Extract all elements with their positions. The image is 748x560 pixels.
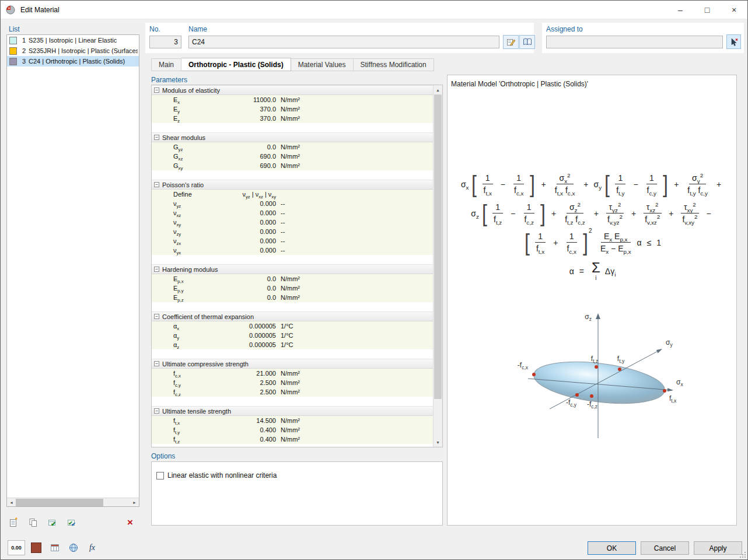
- list-item[interactable]: 2S235JRH | Isotropic | Plastic (Surfaces…: [7, 46, 139, 56]
- param-value[interactable]: 0.0: [221, 144, 276, 150]
- formula-button[interactable]: fx: [85, 540, 100, 555]
- param-value[interactable]: 0.0: [221, 294, 276, 301]
- fraction: 1ft,z: [491, 202, 505, 224]
- param-row: αy0.0000051/°C: [152, 331, 433, 340]
- table-settings-button[interactable]: [47, 540, 62, 555]
- param-value[interactable]: 2.500: [221, 379, 276, 386]
- material-name-field[interactable]: C24: [188, 36, 499, 48]
- collapse-icon[interactable]: −: [154, 361, 159, 366]
- list-item[interactable]: 3C24 | Orthotropic | Plastic (Solids): [7, 56, 139, 66]
- diagram-label: σy: [666, 338, 673, 348]
- cancel-button[interactable]: Cancel: [641, 541, 689, 555]
- collapse-icon[interactable]: −: [154, 314, 159, 319]
- scroll-down-arrow[interactable]: ▼: [434, 438, 442, 447]
- list-scrollbar-thumb[interactable]: [16, 499, 103, 506]
- name-label: Name: [188, 25, 207, 33]
- list-item[interactable]: 1S235 | Isotropic | Linear Elastic: [7, 35, 139, 46]
- collapse-icon[interactable]: −: [154, 135, 159, 140]
- new-material-button[interactable]: *: [6, 516, 22, 530]
- tab-main[interactable]: Main: [151, 58, 181, 71]
- section-header[interactable]: −Ultimate tensile strength: [152, 406, 433, 416]
- section-gap: [152, 123, 433, 132]
- scroll-right-arrow[interactable]: ►: [130, 498, 139, 507]
- parameters-scrollbar[interactable]: ▲ ▼: [433, 85, 442, 447]
- param-value[interactable]: 14.500: [221, 417, 276, 424]
- section-header[interactable]: −Shear modulus: [152, 132, 433, 142]
- color-swatch-button[interactable]: [29, 540, 44, 555]
- param-row: Ex11000.0N/mm²: [152, 95, 433, 104]
- param-value[interactable]: 690.0: [221, 162, 276, 169]
- collapse-icon[interactable]: −: [154, 408, 159, 414]
- globe-button[interactable]: [66, 540, 81, 555]
- param-row: Defineνyz | νxz | νxy: [152, 190, 433, 199]
- param-value[interactable]: 0.000: [221, 228, 276, 235]
- param-value[interactable]: 0.400: [221, 436, 276, 443]
- param-value[interactable]: 0.000: [221, 237, 276, 244]
- param-value[interactable]: 370.0: [221, 106, 276, 113]
- param-value[interactable]: 0.400: [221, 426, 276, 433]
- maximize-button[interactable]: □: [694, 1, 721, 19]
- assigned-to-field: [546, 36, 723, 48]
- param-value[interactable]: 0.000: [221, 219, 276, 226]
- scroll-up-arrow[interactable]: ▲: [434, 85, 442, 94]
- formula-line: σz[1ft,z−1fc,z]+σz2ft,z fc,z+τyz2fv,yz2+…: [448, 202, 737, 224]
- param-value[interactable]: 0.000: [221, 247, 276, 254]
- param-unit: 1/°C: [281, 323, 293, 330]
- param-value[interactable]: 21.000: [221, 370, 276, 377]
- param-value[interactable]: 0.000005: [221, 341, 276, 348]
- section-header[interactable]: −Ultimate compressive strength: [152, 359, 433, 369]
- new-document-icon: *: [9, 517, 19, 528]
- delete-material-button[interactable]: ×: [123, 517, 137, 528]
- section-header[interactable]: −Hardening modulus: [152, 264, 433, 274]
- section-header[interactable]: −Poisson's ratio: [152, 180, 433, 190]
- collapse-icon[interactable]: −: [154, 88, 159, 93]
- param-label: Gyz: [173, 144, 221, 150]
- param-value[interactable]: 0.000005: [221, 323, 276, 330]
- fraction: 1ft,y: [613, 173, 627, 195]
- operator: −: [501, 180, 505, 189]
- list-horizontal-scrollbar[interactable]: ◄ ►: [7, 498, 139, 506]
- param-value[interactable]: 0.0: [221, 275, 276, 282]
- param-value[interactable]: 0.000005: [221, 332, 276, 339]
- check-values-button[interactable]: ✔: [45, 516, 60, 530]
- param-unit: --: [281, 237, 285, 244]
- scroll-left-arrow[interactable]: ◄: [7, 498, 16, 507]
- linear-elastic-option[interactable]: Linear elastic with nonlinear criteria: [156, 471, 277, 480]
- collapse-icon[interactable]: −: [154, 182, 159, 187]
- param-value[interactable]: 0.0: [221, 285, 276, 292]
- bracket: [: [604, 174, 610, 195]
- param-value[interactable]: 11000.0: [221, 96, 276, 103]
- select-objects-button[interactable]: [726, 34, 741, 49]
- param-value[interactable]: 370.0: [221, 115, 276, 122]
- diagram-label: -fc,x: [518, 361, 529, 370]
- close-button[interactable]: ×: [721, 1, 747, 19]
- formula-term: 1: [656, 238, 661, 247]
- tab-stiffness-modification[interactable]: Stiffness Modification: [354, 58, 434, 71]
- apply-to-all-button[interactable]: ✔ ✔: [64, 516, 79, 530]
- yield-criterion-formula: σx[1ft,x−1fc,x]+σx2ft,x fc,x+σy[1ft,y−1f…: [448, 173, 737, 289]
- resize-grip[interactable]: [738, 550, 746, 558]
- material-library-button[interactable]: [519, 35, 535, 49]
- section-header[interactable]: −Coefficient of thermal expansion: [152, 312, 433, 321]
- param-value[interactable]: 0.000: [221, 209, 276, 216]
- fraction: σz2ft,z fc,z: [562, 202, 588, 224]
- param-value[interactable]: 2.500: [221, 388, 276, 396]
- tab-material-values[interactable]: Material Values: [291, 58, 354, 71]
- param-value[interactable]: 690.0: [221, 153, 276, 160]
- param-value[interactable]: νyz | νxz | νxy: [221, 191, 276, 198]
- minimize-button[interactable]: –: [667, 1, 694, 19]
- tab-orthotropic-plastic-solids-[interactable]: Orthotropic - Plastic (Solids): [181, 58, 291, 71]
- double-check-icon: ✔ ✔: [67, 517, 77, 528]
- copy-material-button[interactable]: [26, 516, 41, 530]
- param-value[interactable]: 0.000: [221, 200, 276, 207]
- decimal-places-button[interactable]: 0.00: [8, 540, 25, 555]
- collapse-icon[interactable]: −: [154, 267, 159, 272]
- linear-elastic-checkbox[interactable]: [156, 472, 164, 480]
- apply-button[interactable]: Apply: [694, 541, 742, 555]
- operator: +: [669, 209, 673, 218]
- bracket: [: [471, 174, 477, 195]
- parameters-scrollbar-thumb[interactable]: [434, 94, 442, 399]
- ok-button[interactable]: OK: [588, 541, 636, 555]
- section-header[interactable]: −Modulus of elasticity: [152, 85, 433, 95]
- rename-button[interactable]: [503, 35, 519, 49]
